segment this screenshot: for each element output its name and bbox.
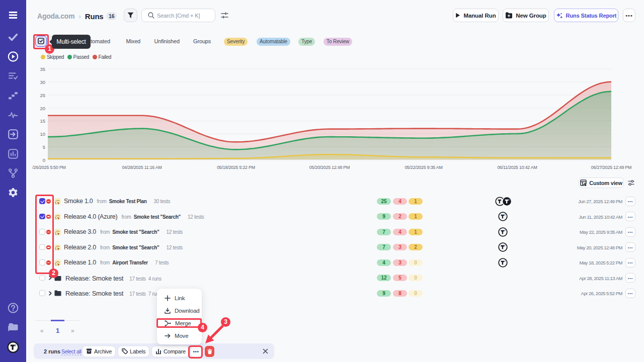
svg-text:5: 5 [43, 144, 45, 150]
svg-text:35: 35 [40, 66, 45, 72]
svg-text:30: 30 [40, 79, 45, 85]
svg-text:/26/2025 5:50 PM: /26/2025 5:50 PM [33, 165, 66, 170]
svg-text:05/20/2025 12:48 PM: 05/20/2025 12:48 PM [309, 165, 350, 170]
svg-text:25: 25 [40, 93, 45, 98]
svg-text:0: 0 [43, 157, 45, 163]
svg-text:06/27/2025 12:49 PM: 06/27/2025 12:49 PM [591, 165, 631, 170]
svg-text:20: 20 [40, 106, 45, 111]
svg-text:04/28/2025 11:16 AM: 04/28/2025 11:16 AM [122, 165, 162, 170]
svg-text:05/18/2025 5:22 PM: 05/18/2025 5:22 PM [217, 165, 255, 170]
svg-text:06/11/2025 10:42 AM: 06/11/2025 10:42 AM [497, 165, 537, 170]
svg-text:10: 10 [40, 131, 45, 137]
svg-text:05/22/2025 9:35 AM: 05/22/2025 9:35 AM [405, 165, 442, 170]
svg-text:15: 15 [40, 118, 45, 124]
